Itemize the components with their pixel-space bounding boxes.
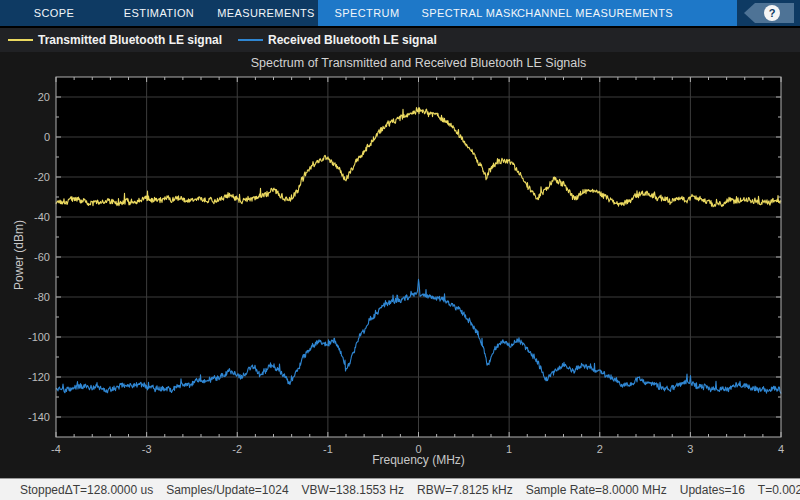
status-metric: T=0.0021 bbox=[758, 483, 800, 497]
y-tick-label: -40 bbox=[12, 211, 50, 223]
legend-line-icon bbox=[8, 39, 33, 41]
legend-label: Transmitted Bluetooth LE signal bbox=[38, 33, 222, 47]
y-tick-label: -100 bbox=[12, 331, 50, 343]
legend-label: Received Bluetooth LE signal bbox=[268, 33, 437, 47]
tab-measurements[interactable]: MEASUREMENTS bbox=[217, 7, 315, 19]
x-tick-label: 1 bbox=[489, 443, 529, 455]
tab-estimation[interactable]: ESTIMATION bbox=[124, 7, 194, 19]
status-metric: RBW=7.8125 kHz bbox=[417, 483, 513, 497]
status-metric: Samples/Update=1024 bbox=[166, 483, 288, 497]
y-tick-label: -140 bbox=[12, 411, 50, 423]
y-tick-label: -80 bbox=[12, 291, 50, 303]
x-tick-label: -1 bbox=[308, 443, 348, 455]
legend-line-icon bbox=[238, 39, 263, 41]
status-state: Stopped bbox=[20, 483, 65, 497]
status-metric: VBW=138.1553 Hz bbox=[302, 483, 404, 497]
y-tick-label: 20 bbox=[12, 91, 50, 103]
y-tick-label: -60 bbox=[12, 251, 50, 263]
x-axis-label: Frequency (MHz) bbox=[56, 453, 781, 467]
spectrum-analyzer-window: SCOPE ESTIMATION MEASUREMENTS SPECTRUM S… bbox=[0, 0, 800, 500]
status-metrics: ΔT=128.0000 usSamples/Update=1024VBW=138… bbox=[65, 483, 800, 497]
help-button[interactable]: ? bbox=[744, 3, 794, 23]
y-tick-label: -20 bbox=[12, 171, 50, 183]
status-metric: Sample Rate=8.0000 MHz bbox=[526, 483, 667, 497]
x-tick-label: 0 bbox=[399, 443, 439, 455]
toolbar: SCOPE ESTIMATION MEASUREMENTS SPECTRUM S… bbox=[0, 0, 800, 26]
y-tick-label: 0 bbox=[12, 131, 50, 143]
legend-item-transmitted[interactable]: Transmitted Bluetooth LE signal bbox=[8, 33, 222, 47]
question-icon: ? bbox=[764, 5, 780, 21]
legend-bar: Transmitted Bluetooth LE signal Received… bbox=[0, 28, 800, 52]
x-tick-label: -3 bbox=[127, 443, 167, 455]
x-tick-label: 3 bbox=[670, 443, 710, 455]
x-tick-label: -4 bbox=[36, 443, 76, 455]
x-tick-label: 2 bbox=[580, 443, 620, 455]
plot-region: Spectrum of Transmitted and Received Blu… bbox=[0, 52, 800, 478]
y-tick-label: -120 bbox=[12, 371, 50, 383]
status-metric: Updates=16 bbox=[680, 483, 745, 497]
legend-item-received[interactable]: Received Bluetooth LE signal bbox=[238, 33, 437, 47]
tab-channel-measurements[interactable]: CHANNEL MEASUREMENTS bbox=[517, 7, 673, 19]
tab-spectral-mask[interactable]: SPECTRAL MASK bbox=[421, 7, 518, 19]
x-tick-label: -2 bbox=[217, 443, 257, 455]
x-tick-label: 4 bbox=[761, 443, 800, 455]
tab-scope[interactable]: SCOPE bbox=[34, 7, 75, 19]
tab-spectrum[interactable]: SPECTRUM bbox=[335, 7, 400, 19]
status-bar: Stopped ΔT=128.0000 usSamples/Update=102… bbox=[0, 478, 800, 500]
spectrum-canvas[interactable] bbox=[0, 52, 800, 478]
status-metric: ΔT=128.0000 us bbox=[65, 483, 153, 497]
